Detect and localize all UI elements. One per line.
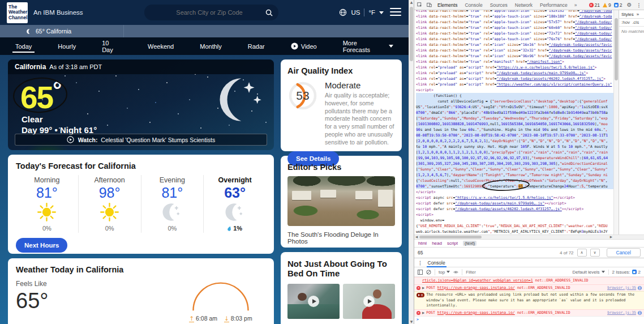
code-line[interactable]: <link data-react-helmet="true" rel="mani… bbox=[416, 59, 613, 65]
console-error-message[interactable]: ✕ ▶ POST https://eum-orange-saas.instana… bbox=[414, 284, 644, 292]
video-caption[interactable]: Hacks For Allergy Sufferers – Hint, Wash bbox=[343, 322, 395, 324]
search-icon[interactable] bbox=[265, 9, 273, 16]
code-line[interactable]: ["Sunny","Clear","Sunny","Clear","Sunny"… bbox=[416, 167, 613, 172]
video-thumbnail[interactable] bbox=[343, 284, 395, 319]
console-filter-input[interactable] bbox=[466, 270, 569, 275]
code-line[interactable]: [301,309,295,327,260,345,289,307,285,304… bbox=[416, 161, 613, 167]
kebab-menu-icon[interactable]: ⋮ bbox=[637, 2, 642, 8]
drawer-menu-icon[interactable]: ⋮ bbox=[418, 260, 423, 266]
next-hours-button[interactable]: Next Hours bbox=[16, 238, 67, 253]
code-line[interactable]: const allDeviceConfig = {"serverDeviceCl… bbox=[416, 99, 613, 104]
code-line[interactable]: {"cloudCeiling":null,"cloudCoverPhrase":… bbox=[416, 178, 613, 184]
issues-count-badge[interactable]: ▣2 bbox=[614, 2, 622, 8]
find-cancel-button[interactable]: Cancel bbox=[607, 248, 641, 257]
forecast-period-morning[interactable]: Morning 81° 0% bbox=[16, 175, 78, 233]
video-caption[interactable]: How To Fall Asleep In 10, 60, Or 120 Sec… bbox=[287, 322, 340, 324]
search-bar[interactable] bbox=[144, 5, 278, 20]
code-line[interactable]: 08-08T19:59:50-0700","2023-08-09T19:58:4… bbox=[416, 133, 613, 138]
code-line[interactable]: to 10 mph.","A mainly sunny sky. Hot. Hi… bbox=[416, 144, 613, 150]
code-line[interactable]: [99,94,103,99,105,98,100,92,97,92,96,92,… bbox=[416, 155, 613, 161]
error-count-badge[interactable]: ✕21 bbox=[589, 2, 600, 8]
chevron-down-icon[interactable] bbox=[379, 11, 384, 14]
console-error-message[interactable]: ✕ ▶ POST https://eum-orange-saas.instana… bbox=[414, 309, 644, 317]
page-scrollbar[interactable]: ▲ ▼ bbox=[409, 0, 414, 324]
tab-more-forecasts[interactable]: More Forecasts bbox=[330, 37, 406, 55]
code-line[interactable]: [1,2,3,4,5,6,7],"daypartName":["Tonight"… bbox=[416, 172, 613, 178]
region-label[interactable]: US bbox=[351, 9, 360, 16]
tab-today[interactable]: Today bbox=[2, 37, 45, 55]
search-input[interactable] bbox=[153, 9, 265, 16]
code-line[interactable]: web.airlock.twcmobile.weather.com","METR… bbox=[416, 229, 613, 235]
tab-10-day[interactable]: 10 Day bbox=[89, 37, 135, 55]
current-conditions-card[interactable]: California As of 3:18 am PDT 65° Clear D… bbox=[8, 59, 274, 150]
devtools-tab-network[interactable]: Network bbox=[514, 2, 534, 8]
code-line[interactable]: [1,2,1,0,0,0,0,1,1,2,1,2,1,1,0,0],"preci… bbox=[416, 150, 613, 155]
inspect-icon[interactable] bbox=[417, 2, 422, 7]
video-thumbnail[interactable] bbox=[287, 284, 340, 319]
repeat-count-badge[interactable]: 8 bbox=[417, 293, 424, 297]
code-line[interactable]: <link data-react-helmet="true" rel="appl… bbox=[416, 14, 613, 19]
scrollbar-thumb[interactable] bbox=[410, 7, 413, 61]
code-line[interactable]: <script> bbox=[416, 212, 613, 218]
tab-video[interactable]: Video bbox=[278, 37, 330, 55]
code-line[interactable]: <link rel="preload" as="script" href="/d… bbox=[416, 76, 613, 82]
tab-console[interactable]: Console bbox=[427, 260, 446, 266]
expand-icon[interactable]: ▶ bbox=[422, 310, 424, 316]
find-input[interactable] bbox=[418, 250, 556, 255]
code-line[interactable]: [2,0,0,0,0,0,2,2,2,2,6,7,5,8,2,1],"dayOr… bbox=[416, 138, 613, 144]
device-toolbar-icon[interactable] bbox=[427, 2, 432, 7]
scroll-down-arrow[interactable]: ▼ bbox=[409, 319, 414, 324]
globe-icon[interactable] bbox=[339, 8, 347, 16]
source-link[interactable]: browser.js:35 bbox=[607, 285, 636, 291]
code-line[interactable]: <link data-react-helmet="true" rel="appl… bbox=[416, 25, 613, 31]
find-next-button[interactable]: ∨ bbox=[590, 249, 600, 257]
code-line[interactable]: [1691300802,1691388828,1691476993,null,1… bbox=[416, 121, 613, 127]
elements-tree[interactable]: <link data-react-helmet="true" rel="appl… bbox=[414, 10, 613, 235]
console-warning-message[interactable]: 8 The resource <URL> was preloaded using… bbox=[414, 291, 644, 309]
issues-counter[interactable]: 2 Issues: ▣ 2 bbox=[608, 270, 641, 275]
forecast-period-afternoon[interactable]: Afternoon 98° 0% bbox=[78, 175, 141, 233]
console-error-message[interactable]: rticle.js)env=0&plan_id=weather_web&plan… bbox=[414, 277, 644, 284]
code-line[interactable]: ["Saturday","Sunday","Monday","Tuesday",… bbox=[416, 116, 613, 121]
devtools-tab-console[interactable]: Console bbox=[463, 2, 483, 8]
find-previous-button[interactable]: ∧ bbox=[577, 249, 587, 257]
scroll-up-arrow[interactable]: ▲ bbox=[409, 0, 414, 5]
flood-photo[interactable] bbox=[287, 176, 395, 226]
menu-icon[interactable] bbox=[390, 8, 401, 18]
eye-icon[interactable] bbox=[453, 270, 458, 275]
elements-h-scrollbar[interactable]: ◀▶ bbox=[414, 235, 644, 239]
expand-icon[interactable]: ▶ bbox=[422, 285, 424, 291]
code-line[interactable]: <link rel="preload" as="script" href="/d… bbox=[416, 70, 613, 76]
tab-weekend[interactable]: Weekend bbox=[135, 37, 187, 55]
tab-monthly[interactable]: Monthly bbox=[187, 37, 235, 55]
gear-icon[interactable]: ⚙ bbox=[627, 2, 632, 8]
cls-button[interactable]: .cls bbox=[632, 20, 639, 25]
editors-picks-caption[interactable]: The South's Flooding Deluge In Photos bbox=[287, 231, 395, 245]
devtools-tab-elements[interactable]: Elements bbox=[436, 2, 458, 8]
code-line[interactable]: US","locationId":"93626:4:US","segId":"V… bbox=[416, 104, 613, 110]
code-line[interactable]: <script defer src="/daybreak-today/asset… bbox=[416, 201, 613, 206]
styles-more-icon[interactable]: » bbox=[637, 12, 639, 17]
code-line[interactable]: 0700","sunsetTimeUtc":1691290985,"temper… bbox=[416, 184, 613, 189]
breadcrumb-script[interactable]: script bbox=[447, 241, 458, 246]
tab-hourly[interactable]: Hourly bbox=[45, 37, 89, 55]
elements-scrollbar[interactable] bbox=[613, 10, 619, 235]
devtools-tab-sources[interactable]: Sources bbox=[489, 2, 509, 8]
console-prompt[interactable]: > bbox=[414, 316, 644, 323]
breadcrumb-head[interactable]: head bbox=[432, 241, 442, 246]
clear-console-icon[interactable] bbox=[426, 270, 431, 275]
breadcrumb-html[interactable]: html bbox=[418, 241, 427, 246]
code-line[interactable]: 0700","dmaCd":"866","placeId":"48b93ed9a… bbox=[416, 110, 613, 116]
tab-radar[interactable]: Radar bbox=[235, 37, 278, 55]
location-bar[interactable]: 65° California bbox=[0, 25, 409, 37]
code-line[interactable]: </script> bbox=[416, 189, 613, 195]
code-line[interactable]: {"USE_REMOTE_REDUX_DAL_CLIENT":"true","R… bbox=[416, 223, 613, 229]
code-line[interactable]: (function() { bbox=[416, 93, 613, 99]
more-tabs-icon[interactable]: » bbox=[573, 2, 578, 8]
devtools-tab-performance[interactable]: Performance bbox=[539, 2, 569, 8]
code-line[interactable]: <link data-react-helmet="true" rel="appl… bbox=[416, 31, 613, 36]
code-line[interactable]: <script> bbox=[416, 87, 613, 93]
code-line[interactable]: <script async src="https://s.w-x.co/heli… bbox=[416, 195, 613, 201]
code-line[interactable]: <link data-react-helmet="true" rel="icon… bbox=[416, 53, 613, 59]
breadcrumb-text[interactable]: (text) bbox=[463, 241, 476, 246]
